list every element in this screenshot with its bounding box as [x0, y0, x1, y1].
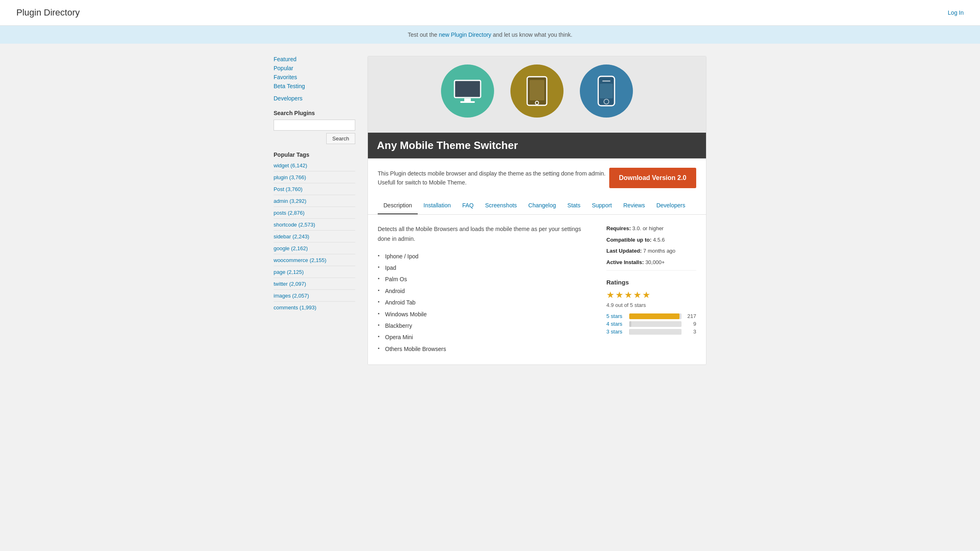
tag-shortcode[interactable]: shortcode (2,573) — [274, 222, 315, 228]
star-4: ★ — [633, 290, 641, 300]
list-item: Others Mobile Browsers — [378, 343, 590, 355]
meta-last-updated: Last Updated: 7 months ago — [606, 247, 696, 255]
rating-count-4stars: 9 — [685, 321, 696, 327]
meta-active-installs: Active Installs: 30,000+ — [606, 258, 696, 267]
sidebar: Featured Popular Favorites Beta Testing … — [274, 56, 355, 365]
rating-label-4stars[interactable]: 4 stars — [606, 321, 626, 327]
tag-page[interactable]: page (2,125) — [274, 269, 304, 275]
svg-rect-2 — [460, 101, 475, 103]
phone-svg — [596, 75, 617, 107]
phone-icon-circle — [580, 64, 633, 118]
rating-bar-3stars: 3 stars 3 — [606, 329, 696, 335]
sidebar-item-beta-testing[interactable]: Beta Testing — [274, 83, 355, 89]
notice-text-after: and let us know what you think. — [491, 31, 572, 38]
svg-rect-7 — [602, 80, 610, 82]
list-item: widget (6,142) — [274, 162, 355, 169]
sidebar-nav: Featured Popular Favorites Beta Testing — [274, 56, 355, 89]
notice-text-before: Test out the — [408, 31, 439, 38]
tab-developers[interactable]: Developers — [650, 197, 691, 214]
svg-rect-8 — [600, 84, 613, 98]
main-content: Any Mobile Theme Switcher This Plugin de… — [368, 56, 706, 365]
tag-woocommerce[interactable]: woocommerce (2,155) — [274, 257, 326, 263]
star-5: ★ — [642, 290, 650, 300]
login-link[interactable]: Log In — [948, 9, 964, 16]
rating-fill-5stars — [629, 313, 679, 319]
list-item: Iphone / Ipod — [378, 251, 590, 262]
search-button[interactable]: Search — [326, 133, 355, 144]
list-item: images (2,057) — [274, 292, 355, 299]
rating-track-4stars — [629, 321, 682, 327]
list-item: Ipad — [378, 262, 590, 273]
monitor-icon-circle — [441, 64, 494, 118]
tag-twitter[interactable]: twitter (2,097) — [274, 281, 306, 287]
rating-track-3stars — [629, 329, 682, 335]
rating-fill-3stars — [629, 329, 630, 335]
stars-display: ★ ★ ★ ★ ★ — [606, 290, 696, 300]
list-item: Post (3,760) — [274, 186, 355, 192]
rating-score-text: 4.9 out of 5 stars — [606, 302, 696, 308]
list-item: comments (1,993) — [274, 304, 355, 311]
svg-rect-1 — [464, 98, 471, 101]
list-item: Windows Mobile — [378, 309, 590, 320]
meta-compatible: Compatible up to: 4.5.6 — [606, 236, 696, 244]
tablet-icon-circle — [510, 64, 564, 118]
banner-icons — [368, 64, 706, 118]
rating-track-5stars — [629, 313, 682, 319]
page-body: Featured Popular Favorites Beta Testing … — [265, 56, 715, 365]
tag-comments[interactable]: comments (1,993) — [274, 304, 316, 311]
list-item: Palm Os — [378, 273, 590, 285]
list-item: twitter (2,097) — [274, 280, 355, 287]
tab-stats[interactable]: Stats — [562, 197, 586, 214]
list-item: Android — [378, 285, 590, 297]
tag-images[interactable]: images (2,057) — [274, 293, 309, 299]
tab-description[interactable]: Description — [378, 197, 418, 214]
rating-bar-4stars: 4 stars 9 — [606, 321, 696, 327]
list-item: Opera Mini — [378, 331, 590, 343]
sidebar-item-popular[interactable]: Popular — [274, 65, 355, 71]
list-item: posts (2,876) — [274, 209, 355, 216]
tab-reviews[interactable]: Reviews — [618, 197, 651, 214]
download-button[interactable]: Download Version 2.0 — [609, 168, 696, 188]
tab-screenshots[interactable]: Screenshots — [479, 197, 523, 214]
monitor-svg — [453, 79, 482, 103]
site-title: Plugin Directory — [16, 7, 80, 18]
list-item: admin (3,292) — [274, 198, 355, 204]
list-item: page (2,125) — [274, 269, 355, 275]
plugin-description-section: Detects all the Mobile Browsers and load… — [378, 224, 590, 355]
tag-sidebar[interactable]: sidebar (2,243) — [274, 233, 309, 240]
tag-post[interactable]: Post (3,760) — [274, 186, 303, 192]
notice-link[interactable]: new Plugin Directory — [439, 31, 491, 38]
list-item: google (2,162) — [274, 245, 355, 251]
search-input[interactable] — [274, 120, 355, 131]
star-1: ★ — [606, 290, 615, 300]
rating-count-3stars: 3 — [685, 329, 696, 335]
tab-changelog[interactable]: Changelog — [523, 197, 562, 214]
tag-posts[interactable]: posts (2,876) — [274, 210, 305, 216]
plugin-action-row: This Plugin detects mobile browser and d… — [368, 158, 706, 197]
sidebar-item-developers[interactable]: Developers — [274, 95, 303, 102]
search-box: Search — [274, 120, 355, 144]
plugin-feature-list: Iphone / Ipod Ipad Palm Os Android Andro… — [378, 251, 590, 355]
tag-widget[interactable]: widget (6,142) — [274, 162, 307, 169]
list-item: plugin (3,766) — [274, 174, 355, 180]
star-3: ★ — [624, 290, 633, 300]
sidebar-item-featured[interactable]: Featured — [274, 56, 355, 62]
tab-faq[interactable]: FAQ — [457, 197, 479, 214]
rating-label-3stars[interactable]: 3 stars — [606, 329, 626, 335]
list-item: shortcode (2,573) — [274, 221, 355, 228]
plugin-banner: Any Mobile Theme Switcher This Plugin de… — [368, 56, 706, 365]
sidebar-item-favorites[interactable]: Favorites — [274, 74, 355, 80]
tab-support[interactable]: Support — [586, 197, 617, 214]
plugin-intro: Detects all the Mobile Browsers and load… — [378, 224, 590, 244]
rating-label-5stars[interactable]: 5 stars — [606, 313, 626, 319]
tag-google[interactable]: google (2,162) — [274, 245, 308, 251]
tab-installation[interactable]: Installation — [418, 197, 457, 214]
list-item: Android Tab — [378, 297, 590, 308]
rating-count-5stars: 217 — [685, 313, 696, 319]
list-item: sidebar (2,243) — [274, 233, 355, 240]
plugin-meta: Requires: 3.0. or higher Compatible up t… — [606, 224, 696, 355]
tag-plugin[interactable]: plugin (3,766) — [274, 174, 306, 180]
tag-admin[interactable]: admin (3,292) — [274, 198, 306, 204]
search-plugins-label: Search Plugins — [274, 110, 355, 116]
sidebar-developers: Developers — [274, 95, 355, 102]
